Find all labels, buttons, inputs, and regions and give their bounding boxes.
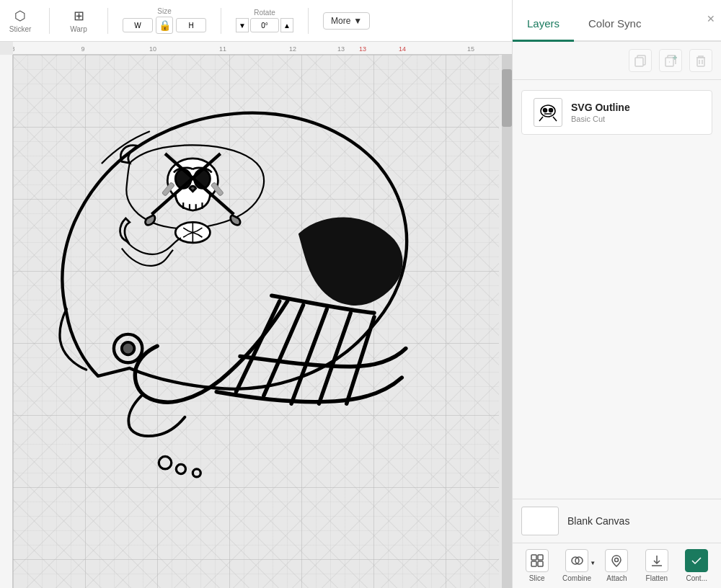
main-toolbar: ⬡ Sticker ⊞ Warp Size 🔒 Rotate ▼ ▲ More …	[0, 0, 512, 42]
svg-point-6	[122, 342, 135, 355]
svg-line-34	[539, 117, 543, 121]
rotate-up-btn[interactable]: ▲	[280, 18, 293, 32]
combine-icon	[565, 549, 588, 572]
flatten-label: Flatten	[646, 574, 668, 582]
lock-icon[interactable]: 🔒	[156, 17, 173, 34]
tab-color-sync[interactable]: Color Sync	[574, 12, 655, 42]
panel-add-icon	[659, 49, 682, 72]
blank-canvas-section[interactable]: Blank Canvas	[513, 499, 721, 543]
svg-rect-23	[635, 58, 643, 66]
divider-2	[107, 8, 108, 34]
svg-point-8	[176, 464, 185, 473]
ruler-mark: 15	[467, 45, 474, 53]
size-h-input[interactable]	[176, 18, 206, 32]
flatten-icon	[645, 549, 668, 572]
size-label: Size	[157, 7, 171, 15]
svg-rect-38	[531, 561, 536, 566]
cont-icon	[685, 549, 708, 572]
slice-button[interactable]: Slice	[520, 549, 554, 582]
panel-copy-icon	[629, 49, 652, 72]
ruler-mark: 11	[219, 45, 226, 53]
ruler-mark: 13	[337, 45, 345, 53]
panel-delete-icon	[689, 49, 712, 72]
rotate-label: Rotate	[254, 9, 275, 17]
combine-button[interactable]: Combine ▼	[559, 549, 594, 582]
size-w-input[interactable]	[123, 18, 153, 32]
attach-label: Attach	[606, 574, 627, 582]
scrollbar-right[interactable]	[502, 55, 512, 588]
svg-point-9	[193, 469, 200, 477]
more-chevron-icon: ▼	[353, 16, 362, 26]
sticker-label: Sticker	[9, 25, 32, 33]
svg-rect-37	[538, 555, 543, 560]
tab-layers[interactable]: Layers	[513, 12, 574, 42]
ruler-mark: 14	[399, 45, 406, 53]
svg-rect-36	[531, 555, 536, 560]
ruler-top: 8 9 10 11 12 13 13 14 15	[13, 42, 512, 55]
combine-arrow-icon: ▼	[590, 560, 596, 566]
ruler-mark: 13	[359, 45, 366, 53]
svg-point-33	[549, 109, 553, 112]
rotate-down-btn[interactable]: ▼	[236, 18, 249, 32]
panel-bottom-bar: Slice Combine ▼ Attach	[513, 543, 721, 588]
panel-tabs: Layers Color Sync ✕	[513, 0, 721, 42]
ruler-mark: 9	[81, 45, 84, 53]
svg-rect-39	[538, 561, 543, 566]
attach-icon	[605, 549, 628, 572]
blank-canvas-label: Blank Canvas	[567, 515, 629, 527]
slice-label: Slice	[529, 574, 545, 582]
canvas-area[interactable]: 8 9 10 11 12 13 13 14 15	[0, 42, 512, 588]
more-button[interactable]: More ▼	[323, 12, 370, 30]
divider-1	[49, 8, 50, 34]
scrollbar-thumb[interactable]	[502, 69, 512, 127]
rotate-input-group: Rotate ▼ ▲	[236, 9, 293, 32]
svg-point-7	[159, 456, 172, 469]
attach-button[interactable]: Attach	[599, 549, 634, 582]
layer-item[interactable]: SVG Outline Basic Cut	[521, 90, 712, 135]
layer-name: SVG Outline	[571, 102, 630, 113]
warp-icon: ⊞	[74, 8, 84, 24]
cont-label: Cont...	[686, 574, 707, 582]
svg-line-3	[319, 313, 350, 404]
ruler-left	[0, 55, 13, 588]
panel-toolbar	[513, 42, 721, 80]
ruler-mark: 10	[149, 45, 156, 53]
layer-thumbnail	[534, 98, 562, 127]
panel-spacer	[513, 297, 721, 499]
svg-line-35	[553, 117, 557, 121]
svg-rect-28	[697, 58, 704, 66]
divider-4	[308, 8, 309, 34]
right-panel: Layers Color Sync ✕	[512, 0, 721, 588]
slice-icon	[526, 549, 549, 572]
flatten-button[interactable]: Flatten	[640, 549, 674, 582]
cont-button[interactable]: Cont...	[679, 549, 714, 582]
rotate-input[interactable]	[250, 18, 279, 32]
ruler-mark: 8	[13, 45, 15, 53]
layers-list: SVG Outline Basic Cut	[513, 80, 721, 297]
layer-info: SVG Outline Basic Cut	[571, 102, 630, 123]
grid-canvas[interactable]	[13, 55, 499, 588]
svg-point-32	[544, 109, 547, 112]
sticker-tool[interactable]: ⬡ Sticker	[6, 8, 35, 33]
more-label: More	[331, 16, 350, 26]
svg-point-42	[615, 558, 619, 562]
ruler-mark: 12	[289, 45, 296, 53]
warp-tool[interactable]: ⊞ Warp	[64, 8, 93, 33]
blank-canvas-thumbnail	[521, 507, 559, 535]
sticker-icon: ⬡	[14, 8, 26, 24]
layer-type: Basic Cut	[571, 115, 630, 123]
divider-3	[221, 8, 221, 34]
svg-line-4	[347, 317, 374, 404]
combine-label: Combine	[562, 574, 591, 582]
size-input-group: Size 🔒	[123, 7, 206, 34]
helmet-image[interactable]	[35, 76, 446, 494]
warp-label: Warp	[70, 25, 87, 33]
panel-close-icon[interactable]: ✕	[707, 13, 715, 24]
